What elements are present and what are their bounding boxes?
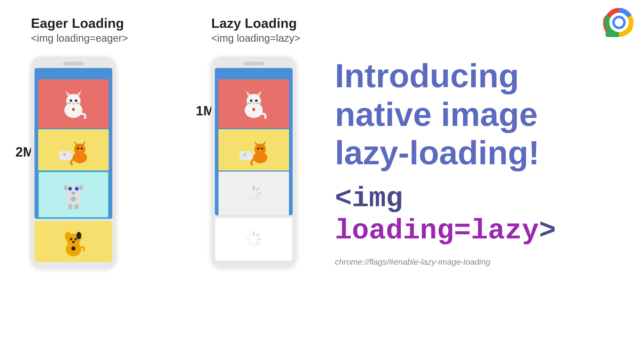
svg-point-61 [253,102,255,104]
svg-rect-79 [255,195,260,200]
svg-point-50 [74,238,77,240]
eager-img-card-1 [38,79,109,128]
lazy-top-bar [215,68,293,78]
eager-top-bar [35,68,112,78]
lazy-img-card-3-loading [218,171,289,215]
phone-notch-eager [63,62,84,65]
lazy-loading-section: Lazy Loading <img loading=lazy> [211,15,300,52]
svg-point-7 [66,94,81,108]
blue-bar-left-eager [35,79,38,218]
intro-title-text: Introducing native image lazy-loading! [335,57,618,172]
svg-rect-86 [257,238,262,240]
svg-rect-43 [74,204,79,209]
svg-rect-34 [64,185,67,190]
code-close-tag: > [539,215,556,247]
svg-rect-84 [253,231,255,236]
svg-rect-35 [79,185,83,190]
cat-orange-svg [57,134,90,165]
spinner-1 [245,184,263,202]
intro-line3: lazy-loading! [335,134,539,171]
svg-point-74 [261,148,263,150]
blue-bar-right-lazy [289,79,293,215]
svg-point-68 [243,153,246,156]
svg-rect-88 [253,243,255,247]
svg-point-49 [70,238,72,240]
chrome-logo-svg [604,7,634,38]
eager-img-card-4 [35,221,112,262]
svg-point-60 [255,99,258,102]
svg-rect-77 [255,187,260,192]
blue-bar-right-eager [109,79,112,218]
svg-point-14 [72,102,74,104]
svg-rect-85 [255,233,260,237]
blue-bar-left-lazy [215,79,218,215]
chrome-logo-container [604,7,634,38]
svg-point-51 [72,241,75,243]
lazy-screen-content [215,79,293,215]
svg-point-73 [257,148,259,150]
lazy-img-card-2 [218,129,289,170]
svg-point-59 [250,99,252,102]
eager-img-card-3 [38,171,109,218]
svg-point-41 [71,196,76,202]
lazy-img-card-4-loading [215,217,293,261]
code-img-tag: <img [335,183,403,215]
svg-point-38 [69,188,71,190]
lazy-phone-screen [215,68,293,215]
eager-subtitle: <img loading=eager> [31,32,128,44]
lazy-cat-white-svg [238,87,269,120]
lazy-subtitle: <img loading=lazy> [211,32,300,44]
eager-screen-content [35,79,112,218]
svg-rect-80 [253,197,255,201]
lazy-title: Lazy Loading [211,15,300,31]
lazy-phone [211,57,296,267]
introducing-section: Introducing native image lazy-loading! <… [335,57,618,267]
lazy-img-card-1 [218,79,289,128]
svg-point-75 [259,150,261,151]
svg-point-39 [76,188,78,190]
eager-title: Eager Loading [31,15,128,31]
svg-point-52 [71,246,75,251]
svg-point-13 [75,99,77,102]
svg-rect-82 [246,192,250,194]
eager-img-card-2 [38,129,109,170]
svg-rect-40 [72,192,75,194]
dog-yellow-svg [59,225,88,258]
svg-point-70 [255,144,266,155]
svg-point-5 [615,18,623,27]
svg-point-27 [81,148,83,150]
svg-rect-81 [247,195,252,200]
svg-rect-83 [247,187,252,192]
eager-loading-section: Eager Loading <img loading=eager> [31,15,128,52]
svg-rect-42 [68,204,72,209]
lazy-screen-inner [218,79,289,215]
svg-point-48 [77,232,81,239]
spinner-2 [245,230,263,248]
lazy-cat-orange-svg [237,134,270,165]
code-example: <img loading=lazy> [335,183,618,247]
svg-point-21 [63,153,66,156]
eager-phone-container [31,57,116,268]
chrome-flag-url: chrome://flags/#enable-lazy-image-loadin… [335,257,618,267]
eager-phone [31,57,116,268]
intro-line2: native image [335,96,538,133]
intro-line1: Introducing [335,57,519,94]
svg-point-54 [247,94,261,108]
svg-rect-78 [257,192,262,194]
svg-point-12 [70,99,72,102]
eager-screen-inner [38,79,109,218]
phone-notch-lazy [243,62,264,65]
svg-point-28 [79,150,81,151]
code-loading-attr: loading=lazy [335,215,539,247]
lazy-phone-container [211,57,296,267]
svg-rect-87 [255,241,260,245]
svg-rect-90 [246,238,250,240]
svg-rect-89 [247,241,252,245]
svg-rect-76 [253,185,255,190]
cat-white-svg [58,87,89,120]
cat-robot-svg [59,178,88,211]
svg-rect-91 [247,233,252,237]
svg-point-26 [77,148,79,150]
eager-phone-screen [35,68,112,219]
